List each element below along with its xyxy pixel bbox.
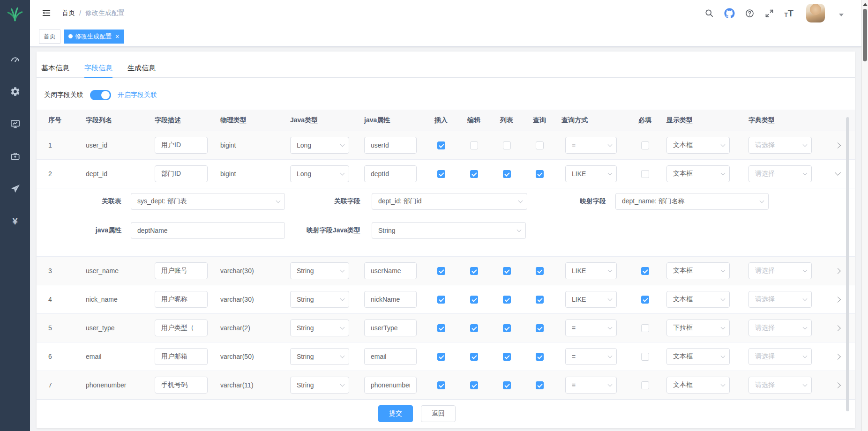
relation-table-select[interactable]: sys_dept: 部门表 xyxy=(131,193,285,210)
java-field-input[interactable] xyxy=(364,262,417,279)
java-attr-input[interactable] xyxy=(131,222,285,239)
sidebar-item-pay[interactable]: ¥ xyxy=(0,205,30,237)
relation-toggle-switch[interactable] xyxy=(90,90,111,100)
required-checkbox[interactable] xyxy=(641,170,649,178)
java-type-select[interactable]: String xyxy=(290,262,349,279)
column-desc-input[interactable] xyxy=(155,262,208,279)
tag-home[interactable]: 首页 xyxy=(39,30,60,44)
dict-type-select[interactable]: 请选择 xyxy=(748,348,812,365)
mapping-field-select[interactable]: dept_name: 部门名称 xyxy=(615,193,769,210)
user-avatar[interactable] xyxy=(806,4,825,22)
tag-close-icon[interactable]: × xyxy=(115,33,119,40)
expand-toggle[interactable] xyxy=(835,325,841,331)
user-menu-caret-icon[interactable] xyxy=(839,14,844,16)
sidebar-item-system[interactable] xyxy=(0,75,30,108)
query-checkbox[interactable] xyxy=(536,381,544,389)
required-checkbox[interactable] xyxy=(641,296,649,304)
relation-field-select[interactable]: dept_id: 部门id xyxy=(372,193,527,210)
back-button[interactable]: 返回 xyxy=(421,405,456,422)
query-type-select[interactable]: LIKE xyxy=(565,262,617,279)
java-field-input[interactable] xyxy=(364,137,417,154)
app-logo[interactable] xyxy=(0,0,30,28)
sidebar-toggle-button[interactable] xyxy=(41,8,52,18)
dict-type-select[interactable]: 请选择 xyxy=(748,291,812,308)
edit-checkbox[interactable] xyxy=(470,353,478,361)
required-checkbox[interactable] xyxy=(641,353,649,361)
java-field-input[interactable] xyxy=(364,320,417,336)
list-checkbox[interactable] xyxy=(503,353,511,361)
edit-checkbox[interactable] xyxy=(470,296,478,304)
tag-gen-config[interactable]: 修改生成配置 × xyxy=(64,30,124,44)
java-type-select[interactable]: String xyxy=(290,348,349,365)
java-type-select[interactable]: String xyxy=(290,377,349,394)
list-checkbox[interactable] xyxy=(503,381,511,389)
required-checkbox[interactable] xyxy=(641,324,649,332)
list-checkbox[interactable] xyxy=(503,267,511,275)
tab-field-info[interactable]: 字段信息 xyxy=(84,59,112,77)
insert-checkbox[interactable] xyxy=(437,170,445,178)
query-type-select[interactable]: LIKE xyxy=(565,291,617,308)
query-type-select[interactable]: = xyxy=(565,137,617,154)
query-type-select[interactable]: = xyxy=(565,320,617,336)
page-scrollbar[interactable] xyxy=(861,0,868,431)
edit-checkbox[interactable] xyxy=(470,267,478,275)
java-type-select[interactable]: String xyxy=(290,291,349,308)
submit-button[interactable]: 提交 xyxy=(378,405,413,422)
column-desc-input[interactable] xyxy=(155,348,208,365)
html-type-select[interactable]: 文本框 xyxy=(666,291,730,308)
dict-type-select[interactable]: 请选择 xyxy=(748,377,812,394)
java-field-input[interactable] xyxy=(364,165,417,182)
page-scrollbar-thumb[interactable] xyxy=(863,9,867,61)
expand-toggle[interactable] xyxy=(835,297,841,303)
dict-type-select[interactable]: 请选择 xyxy=(748,165,812,182)
list-checkbox[interactable] xyxy=(503,170,511,178)
java-field-input[interactable] xyxy=(364,377,417,394)
query-checkbox[interactable] xyxy=(536,267,544,275)
expand-toggle[interactable] xyxy=(835,142,841,149)
query-checkbox[interactable] xyxy=(536,296,544,304)
query-type-select[interactable]: = xyxy=(565,348,617,365)
list-checkbox[interactable] xyxy=(503,296,511,304)
java-type-select[interactable]: String xyxy=(290,320,349,336)
expand-toggle[interactable] xyxy=(835,268,841,274)
edit-checkbox[interactable] xyxy=(470,324,478,332)
breadcrumb-home[interactable]: 首页 xyxy=(62,9,75,17)
html-type-select[interactable]: 下拉框 xyxy=(666,320,730,336)
column-desc-input[interactable] xyxy=(155,137,208,154)
edit-checkbox[interactable] xyxy=(470,141,478,149)
query-type-select[interactable]: = xyxy=(565,377,617,394)
edit-checkbox[interactable] xyxy=(470,170,478,178)
required-checkbox[interactable] xyxy=(641,381,649,389)
help-button[interactable] xyxy=(745,8,755,18)
java-type-select[interactable]: Long xyxy=(290,137,349,154)
query-checkbox[interactable] xyxy=(536,324,544,332)
list-checkbox[interactable] xyxy=(503,324,511,332)
required-checkbox[interactable] xyxy=(641,267,649,275)
font-size-button[interactable]: TT xyxy=(784,8,793,18)
sidebar-item-tool[interactable] xyxy=(0,140,30,172)
insert-checkbox[interactable] xyxy=(437,141,445,149)
insert-checkbox[interactable] xyxy=(437,267,445,275)
query-checkbox[interactable] xyxy=(536,141,544,149)
search-button[interactable] xyxy=(704,8,714,18)
list-checkbox[interactable] xyxy=(503,141,511,149)
insert-checkbox[interactable] xyxy=(437,296,445,304)
expand-toggle[interactable] xyxy=(835,354,841,360)
sidebar-item-dashboard[interactable] xyxy=(0,43,30,75)
insert-checkbox[interactable] xyxy=(437,353,445,361)
mapping-java-type-select[interactable]: String xyxy=(372,222,526,239)
html-type-select[interactable]: 文本框 xyxy=(666,262,730,279)
fullscreen-button[interactable] xyxy=(764,8,774,18)
table-scrollbar-thumb[interactable] xyxy=(846,117,849,411)
dict-type-select[interactable]: 请选择 xyxy=(748,137,812,154)
tab-gen-info[interactable]: 生成信息 xyxy=(127,59,156,77)
tab-basic-info[interactable]: 基本信息 xyxy=(41,59,69,77)
column-desc-input[interactable] xyxy=(155,377,208,394)
query-checkbox[interactable] xyxy=(536,170,544,178)
scroll-up-arrow-icon[interactable] xyxy=(863,3,868,6)
html-type-select[interactable]: 文本框 xyxy=(666,137,730,154)
insert-checkbox[interactable] xyxy=(437,324,445,332)
sidebar-item-monitor[interactable] xyxy=(0,108,30,140)
expand-toggle[interactable] xyxy=(835,170,841,176)
edit-checkbox[interactable] xyxy=(470,381,478,389)
